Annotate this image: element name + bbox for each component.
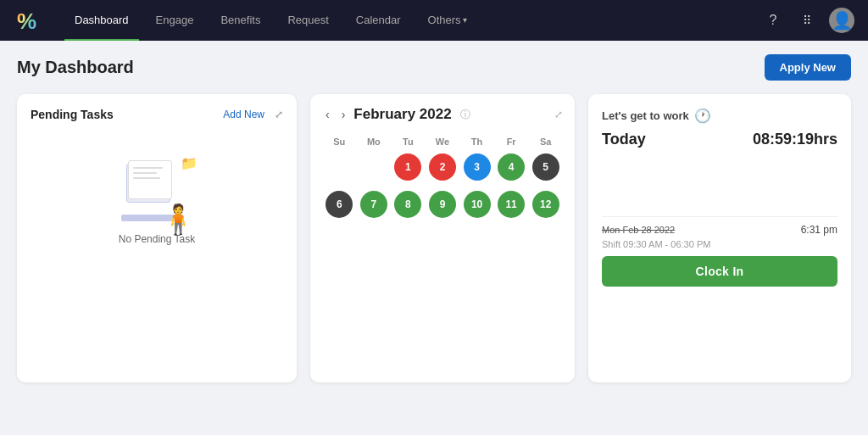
work-time-row: Today 08:59:19hrs (602, 131, 837, 148)
calendar-days-header: Su Mo Tu We Th Fr Sa (322, 137, 563, 147)
pending-tasks-title: Pending Tasks (31, 108, 114, 121)
day-sa: Sa (528, 137, 563, 147)
cal-cell-4[interactable]: 4 (498, 153, 525, 181)
apply-new-button[interactable]: Apply New (765, 54, 851, 81)
calendar-grid: Su Mo Tu We Th Fr Sa 1 2 3 4 5 (322, 137, 563, 218)
svg-text:%: % (17, 8, 36, 34)
calendar-week-2: 6 7 8 9 10 11 12 (322, 191, 563, 218)
page-title: My Dashboard (17, 58, 134, 77)
nav-request[interactable]: Request (277, 0, 338, 41)
logo[interactable]: % (14, 5, 44, 36)
nav-calendar[interactable]: Calendar (346, 0, 411, 41)
cal-next-button[interactable]: › (338, 106, 349, 123)
calendar-card: ‹ › February 2022 ⓘ ⤢ Su Mo Tu We Th Fr … (310, 94, 575, 382)
help-button[interactable]: ? (761, 8, 785, 32)
clock-in-button[interactable]: Clock In (602, 256, 837, 287)
cal-cell-empty (360, 153, 387, 181)
empty-illustration: 🧍 📁 (114, 157, 199, 233)
chevron-down-icon: ▾ (463, 15, 467, 25)
logo-icon: % (14, 19, 44, 40)
main-nav: % Dashboard Engage Benefits Req (0, 0, 868, 41)
main-content: My Dashboard Apply New Pending Tasks Add… (0, 41, 868, 435)
nav-dashboard[interactable]: Dashboard (64, 0, 139, 41)
work-date-row: Mon Feb 28 2022 6:31 pm (602, 224, 837, 236)
cal-cell-11[interactable]: 11 (498, 191, 525, 218)
add-new-link[interactable]: Add New (223, 109, 264, 120)
work-card: Let's get to work 🕐 Today 08:59:19hrs Mo… (588, 94, 851, 382)
cal-cell-7[interactable]: 7 (360, 191, 387, 218)
cal-cell-10[interactable]: 10 (464, 191, 491, 218)
work-shift: Shift 09:30 AM - 06:30 PM (602, 239, 837, 249)
nav-benefits[interactable]: Benefits (210, 0, 270, 41)
pending-tasks-card: Pending Tasks Add New ⤢ (17, 94, 297, 382)
day-fr: Fr (494, 137, 529, 147)
cal-cell-2[interactable]: 2 (429, 153, 456, 181)
cal-cell-8[interactable]: 8 (394, 191, 421, 218)
card-header: Pending Tasks Add New ⤢ (31, 108, 283, 121)
work-header: Let's get to work 🕐 (602, 108, 837, 124)
nav-others[interactable]: Others ▾ (418, 0, 477, 41)
card-header-actions: Add New ⤢ (223, 109, 283, 120)
avatar-icon: 👤 (832, 10, 853, 31)
empty-state: 🧍 📁 No Pending Task (31, 131, 283, 262)
cal-cell-3[interactable]: 3 (464, 153, 491, 181)
empty-state-text: No Pending Task (119, 233, 196, 245)
cards-row: Pending Tasks Add New ⤢ (17, 94, 851, 382)
calendar-week-1: 1 2 3 4 5 (322, 153, 563, 181)
cal-cell-1[interactable]: 1 (394, 153, 421, 181)
cal-cell-empty (326, 153, 353, 181)
work-date-label: Mon Feb 28 2022 (602, 225, 675, 235)
avatar[interactable]: 👤 (829, 8, 854, 33)
day-th: Th (459, 137, 494, 147)
work-header-text: Let's get to work (602, 109, 689, 122)
grid-icon: ⠿ (803, 14, 811, 27)
calendar-header: ‹ › February 2022 ⓘ ⤢ (322, 106, 563, 123)
cal-cell-6[interactable]: 6 (326, 191, 353, 218)
info-icon[interactable]: ⓘ (460, 108, 470, 122)
nav-engage[interactable]: Engage (146, 0, 204, 41)
day-we: We (426, 137, 460, 147)
work-today-label: Today (602, 131, 646, 148)
cal-prev-button[interactable]: ‹ (322, 106, 333, 123)
cal-cell-9[interactable]: 9 (429, 191, 456, 218)
apps-button[interactable]: ⠿ (795, 8, 819, 32)
cal-cell-12[interactable]: 12 (532, 191, 559, 218)
clock-icon: 🕐 (694, 108, 711, 124)
nav-links: Dashboard Engage Benefits Request Calend… (64, 0, 761, 41)
work-time-display: 6:31 pm (801, 224, 837, 236)
calendar-month-title: February 2022 (353, 106, 451, 123)
day-mo: Mo (357, 137, 392, 147)
cal-cell-5[interactable]: 5 (532, 153, 559, 181)
work-hours: 08:59:19hrs (753, 131, 837, 148)
day-su: Su (322, 137, 357, 147)
calendar-nav: ‹ › February 2022 ⓘ (322, 106, 470, 123)
nav-right: ? ⠿ 👤 (761, 8, 854, 33)
work-date-section: Mon Feb 28 2022 6:31 pm Shift 09:30 AM -… (602, 224, 837, 287)
work-divider (602, 216, 837, 217)
day-tu: Tu (391, 137, 426, 147)
calendar-expand-icon[interactable]: ⤢ (554, 109, 563, 120)
page-header: My Dashboard Apply New (17, 54, 851, 81)
expand-icon[interactable]: ⤢ (275, 109, 283, 120)
help-icon: ? (770, 13, 777, 28)
